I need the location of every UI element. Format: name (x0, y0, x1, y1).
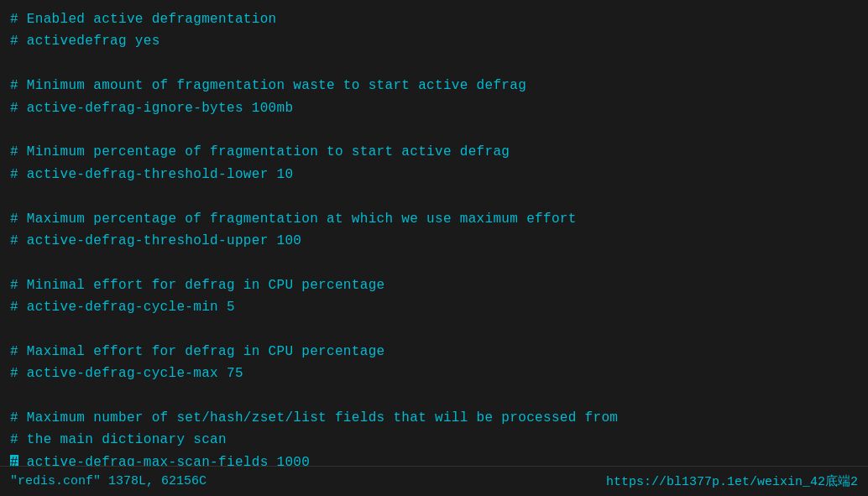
code-line (10, 318, 858, 340)
code-line: # Maximal effort for defrag in CPU perce… (10, 341, 858, 363)
code-line: # activedefrag yes (10, 30, 858, 52)
code-line (10, 185, 858, 207)
code-line (10, 119, 858, 141)
code-line: # active-defrag-cycle-max 75 (10, 363, 858, 384)
terminal-window: # Enabled active defragmentation# active… (0, 0, 868, 496)
code-line: # Minimum percentage of fragmentation to… (10, 141, 858, 163)
code-line: # active-defrag-threshold-lower 10 (10, 164, 858, 185)
status-right: https://bl1377p.1et/weixin_42底端2 (606, 473, 858, 489)
code-line: # Minimal effort for defrag in CPU perce… (10, 274, 858, 296)
code-line: # the main dictionary scan (10, 429, 858, 451)
code-line (10, 252, 858, 274)
code-line: # active-defrag-cycle-min 5 (10, 296, 858, 318)
code-line: # Enabled active defragmentation (10, 8, 858, 30)
code-line (10, 385, 858, 407)
code-area[interactable]: # Enabled active defragmentation# active… (0, 0, 868, 466)
code-line: # Maximum percentage of fragmentation at… (10, 208, 858, 230)
status-left: "redis.conf" 1378L, 62156C (10, 474, 207, 488)
code-line: # Maximum number of set/hash/zset/list f… (10, 407, 858, 429)
code-line: # active-defrag-ignore-bytes 100mb (10, 97, 858, 119)
code-line: # active-defrag-threshold-upper 100 (10, 230, 858, 252)
code-line (10, 53, 858, 75)
status-bar: "redis.conf" 1378L, 62156C https://bl137… (0, 466, 868, 496)
code-line: # Minimum amount of fragmentation waste … (10, 75, 858, 97)
code-line: # active-defrag-max-scan-fields 1000 (10, 452, 858, 466)
